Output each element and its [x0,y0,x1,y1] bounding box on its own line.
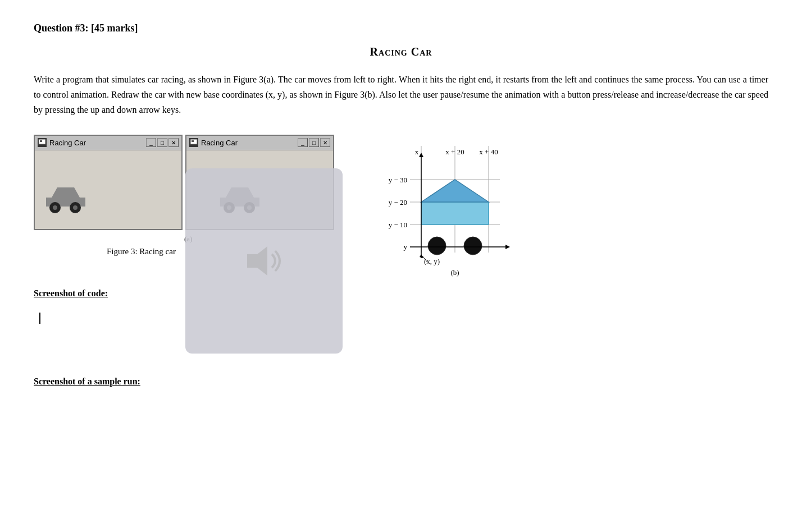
svg-point-26 [428,237,446,255]
svg-marker-30 [505,245,510,249]
svg-rect-9 [192,140,194,142]
minimize-btn-2[interactable]: _ [298,138,308,147]
svg-text:y − 30: y − 30 [389,176,407,184]
screenshot-of-sample-run-heading: Screenshot of a sample run: [34,377,757,387]
svg-marker-25 [421,180,489,202]
window-2-titlebar: Racing Car _ □ ✕ [186,136,333,150]
code-cursor-area [34,307,757,332]
close-btn-1[interactable]: ✕ [168,138,179,147]
svg-text:x + 40: x + 40 [479,148,498,156]
speaker-icon [241,239,286,283]
coord-svg: x x + 20 x + 40 y − 30 y − 20 y − 10 y (… [365,140,545,275]
window-1-icon [38,138,47,147]
layout-bottom: Screenshot of code: Screenshot of a samp… [34,283,768,395]
screenshot-of-code-heading: Screenshot of code: [34,288,757,299]
window-2-controls: _ □ ✕ [298,138,330,147]
window-1-content [35,150,181,229]
restore-btn-1[interactable]: □ [157,138,167,147]
svg-text:y: y [404,242,408,251]
window-1: Racing Car _ □ ✕ [34,135,183,230]
figure-area: Racing Car _ □ ✕ [34,135,768,277]
screenshot-of-code-section: Screenshot of code: [34,288,757,332]
svg-text:y − 20: y − 20 [389,198,407,207]
text-cursor [39,313,40,324]
window-1-titlebar: Racing Car _ □ ✕ [35,136,181,150]
screenshot-overlay [185,168,343,354]
section-title: Racing Car [34,45,768,58]
svg-rect-24 [421,202,489,224]
minimize-btn-1[interactable]: _ [146,138,156,147]
svg-text:(b): (b) [450,268,459,277]
page-container: Question #3: [45 marks] Racing Car Write… [34,22,768,395]
svg-rect-1 [40,140,42,142]
left-col: Screenshot of code: Screenshot of a samp… [34,283,768,395]
description: Write a program that simulates car racin… [34,72,768,118]
svg-text:x + 20: x + 20 [445,148,464,156]
svg-text:x: x [415,148,419,156]
window-1-title: Racing Car [49,139,143,147]
window-2-title: Racing Car [201,139,295,147]
window-2-icon [189,138,198,147]
window-1-controls: _ □ ✕ [146,138,179,147]
svg-marker-16 [247,246,267,276]
svg-marker-3 [52,187,80,198]
svg-marker-31 [419,153,423,157]
svg-point-7 [73,205,78,210]
svg-text:y − 10: y − 10 [389,221,407,229]
question-title: Question #3: [45 marks] [34,22,768,34]
windows-area: Racing Car _ □ ✕ [34,135,348,277]
svg-point-5 [53,205,57,210]
screenshot-of-sample-run-section: Screenshot of a sample run: [34,377,757,387]
restore-btn-2[interactable]: □ [309,138,319,147]
car-1 [46,182,91,218]
svg-point-27 [464,237,482,255]
coord-diagram: x x + 20 x + 40 y − 30 y − 20 y − 10 y (… [365,140,545,277]
close-btn-2[interactable]: ✕ [320,138,330,147]
